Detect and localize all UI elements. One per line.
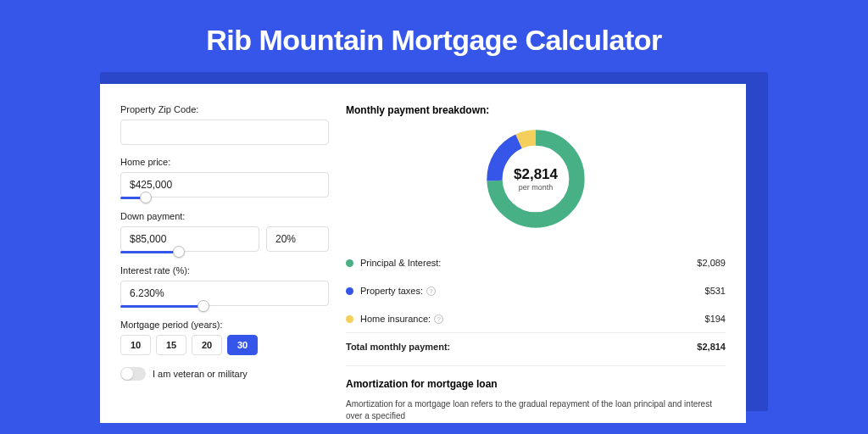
period-15-button[interactable]: 15 xyxy=(156,335,186,355)
amortization-section: Amortization for mortgage loan Amortizat… xyxy=(346,365,726,422)
field-home-price: Home price: xyxy=(120,157,329,199)
legend-row-total: Total monthly payment: $2,814 xyxy=(346,332,726,360)
field-mortgage-period: Mortgage period (years): 10 15 20 30 xyxy=(120,320,329,355)
donut-center: $2,814 per month xyxy=(481,125,590,233)
legend-label-taxes-text: Property taxes: xyxy=(360,286,423,296)
field-down-payment: Down payment: xyxy=(120,211,329,253)
period-30-button[interactable]: 30 xyxy=(227,335,258,355)
home-price-slider[interactable] xyxy=(120,197,146,199)
interest-rate-slider[interactable] xyxy=(120,305,203,308)
interest-rate-slider-thumb[interactable] xyxy=(198,300,209,312)
down-payment-slider-thumb[interactable] xyxy=(173,246,185,258)
card-shadow: Property Zip Code: Home price: Down paym… xyxy=(100,72,768,411)
dot-principal-icon xyxy=(346,259,353,267)
legend-label-principal: Principal & Interest: xyxy=(360,258,697,268)
info-icon[interactable]: ? xyxy=(434,314,443,324)
breakdown-title: Monthly payment breakdown: xyxy=(346,104,726,116)
legend-row-taxes: Property taxes: ? $531 xyxy=(346,276,726,304)
period-10-button[interactable]: 10 xyxy=(120,335,151,355)
field-interest-rate: Interest rate (%): xyxy=(120,265,329,308)
legend-label-insurance-text: Home insurance: xyxy=(360,314,431,324)
mortgage-period-label: Mortgage period (years): xyxy=(120,320,329,330)
legend-value-principal: $2,089 xyxy=(697,258,726,268)
home-price-label: Home price: xyxy=(120,157,329,167)
down-payment-label: Down payment: xyxy=(120,211,329,221)
amortization-title: Amortization for mortgage loan xyxy=(346,378,726,390)
zip-label: Property Zip Code: xyxy=(120,104,329,114)
donut-chart-wrap: $2,814 per month xyxy=(346,125,726,233)
dot-insurance-icon xyxy=(346,315,353,323)
down-payment-slider[interactable] xyxy=(120,251,179,253)
interest-rate-label: Interest rate (%): xyxy=(120,265,329,275)
veteran-toggle-label: I am veteran or military xyxy=(153,369,248,379)
donut-amount: $2,814 xyxy=(514,166,558,183)
donut-sub: per month xyxy=(519,183,554,192)
home-price-slider-thumb[interactable] xyxy=(140,192,152,203)
down-payment-input[interactable] xyxy=(120,226,259,252)
veteran-toggle-row: I am veteran or military xyxy=(120,367,329,381)
legend-value-taxes: $531 xyxy=(705,286,726,296)
legend-value-insurance: $194 xyxy=(705,314,726,324)
field-zip: Property Zip Code: xyxy=(120,104,329,145)
legend-label-taxes: Property taxes: ? xyxy=(360,286,705,296)
dot-taxes-icon xyxy=(346,287,353,295)
legend-row-insurance: Home insurance: ? $194 xyxy=(346,304,726,332)
amortization-body: Amortization for a mortgage loan refers … xyxy=(346,398,726,422)
veteran-toggle-knob xyxy=(121,368,133,380)
donut-chart: $2,814 per month xyxy=(481,125,590,233)
home-price-input[interactable] xyxy=(120,172,329,198)
period-20-button[interactable]: 20 xyxy=(192,335,222,355)
breakdown-column: Monthly payment breakdown: $2,814 per mo… xyxy=(346,104,726,423)
down-payment-pct-input[interactable] xyxy=(266,226,329,252)
page-title: Rib Mountain Mortgage Calculator xyxy=(206,24,661,57)
veteran-toggle[interactable] xyxy=(120,367,146,381)
info-icon[interactable]: ? xyxy=(426,287,436,296)
legend-row-principal: Principal & Interest: $2,089 xyxy=(346,248,726,276)
interest-rate-input[interactable] xyxy=(120,281,329,306)
zip-input[interactable] xyxy=(120,120,329,145)
inputs-column: Property Zip Code: Home price: Down paym… xyxy=(120,104,329,423)
calculator-card: Property Zip Code: Home price: Down paym… xyxy=(100,84,746,423)
legend-label-insurance: Home insurance: ? xyxy=(360,314,705,324)
legend-value-total: $2,814 xyxy=(697,342,726,352)
legend-label-total: Total monthly payment: xyxy=(346,342,697,352)
